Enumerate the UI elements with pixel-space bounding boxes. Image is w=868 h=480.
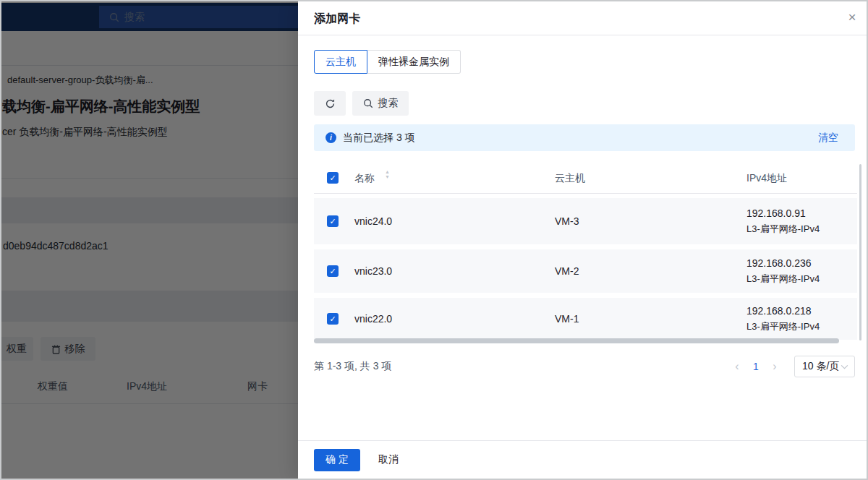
ipv4-address: 192.168.0.91 <box>746 206 820 221</box>
selection-info-bar: i 当前已选择 3 项 清空 <box>314 124 855 151</box>
pagination-controls: ‹ 1 › 10 条/页 <box>729 356 855 377</box>
column-header-vm: 云主机 <box>555 172 585 185</box>
vm-name: VM-2 <box>555 265 579 277</box>
refresh-icon <box>325 98 336 109</box>
ip-cell: 192.168.0.236 L3-扁平网络-IPv4 <box>746 256 820 286</box>
confirm-button[interactable]: 确 定 <box>314 449 360 471</box>
search-icon <box>363 98 373 108</box>
clear-selection-link[interactable]: 清空 <box>818 132 838 145</box>
cancel-button[interactable]: 取消 <box>378 453 399 466</box>
info-icon: i <box>326 132 336 143</box>
chevron-down-icon <box>841 364 848 369</box>
ip-cell: 192.168.0.91 L3-扁平网络-IPv4 <box>746 206 820 236</box>
prev-page-icon[interactable]: ‹ <box>729 360 745 373</box>
ipv4-address: 192.168.0.236 <box>746 256 820 271</box>
sort-asc-icon: ▲ <box>385 169 390 174</box>
drawer-mask[interactable] <box>1 1 298 479</box>
drawer-header: 添加网卡 × <box>298 1 868 35</box>
vertical-scrollbar[interactable] <box>859 164 861 340</box>
nic-name: vnic23.0 <box>354 265 392 277</box>
row-checkbox[interactable]: ✓ <box>327 265 339 277</box>
row-checkbox[interactable]: ✓ <box>327 215 339 227</box>
screen: 搜索 default-server-group-负载均衡-扁... 载均衡-扁平… <box>0 0 868 480</box>
sort-control[interactable]: ▲ ▼ <box>385 169 390 179</box>
page-number[interactable]: 1 <box>748 361 764 372</box>
search-button-label: 搜索 <box>378 97 399 110</box>
l3-network: L3-扁平网络-IPv4 <box>746 221 820 236</box>
pagination-summary: 第 1-3 项, 共 3 项 <box>314 360 391 373</box>
ipv4-address: 192.168.0.218 <box>746 304 820 319</box>
nic-name: vnic22.0 <box>354 313 392 325</box>
tab-baremetal[interactable]: 弹性裸金属实例 <box>367 50 461 74</box>
close-icon[interactable]: × <box>842 7 862 27</box>
vm-name: VM-3 <box>555 215 579 227</box>
add-nic-drawer: 添加网卡 × 云主机 弹性裸金属实例 搜索 i 当前已选择 3 项 清空 ✓ 名… <box>298 1 868 479</box>
row-checkbox[interactable]: ✓ <box>327 313 339 325</box>
search-button[interactable]: 搜索 <box>352 91 409 116</box>
tab-vm[interactable]: 云主机 <box>314 50 367 74</box>
l3-network: L3-扁平网络-IPv4 <box>746 271 820 286</box>
next-page-icon[interactable]: › <box>767 360 783 373</box>
vm-name: VM-1 <box>555 313 579 325</box>
table-header-row: ✓ 名称 ▲ ▼ 云主机 IPv4地址 <box>314 164 857 194</box>
column-header-ipv4: IPv4地址 <box>746 172 787 185</box>
horizontal-scrollbar[interactable] <box>314 338 839 343</box>
instance-type-tabs: 云主机 弹性裸金属实例 <box>314 50 461 74</box>
drawer-footer: 确 定 取消 <box>298 440 868 479</box>
l3-network: L3-扁平网络-IPv4 <box>746 319 820 334</box>
table-toolbar: 搜索 <box>314 91 409 116</box>
drawer-title: 添加网卡 <box>314 12 360 27</box>
select-all-checkbox[interactable]: ✓ <box>327 172 339 184</box>
page-size-select[interactable]: 10 条/页 <box>794 356 855 377</box>
table-row[interactable]: ✓ vnic24.0 VM-3 192.168.0.91 L3-扁平网络-IPv… <box>314 198 857 244</box>
refresh-button[interactable] <box>314 91 346 116</box>
nic-name: vnic24.0 <box>354 215 392 227</box>
pagination: 第 1-3 项, 共 3 项 ‹ 1 › 10 条/页 <box>314 356 855 377</box>
table-row[interactable]: ✓ vnic23.0 VM-2 192.168.0.236 L3-扁平网络-IP… <box>314 249 857 293</box>
table-row[interactable]: ✓ vnic22.0 VM-1 192.168.0.218 L3-扁平网络-IP… <box>314 298 857 340</box>
selection-count-text: 当前已选择 3 项 <box>343 132 415 145</box>
sort-desc-icon: ▼ <box>385 174 390 179</box>
column-header-name: 名称 <box>354 172 375 185</box>
ip-cell: 192.168.0.218 L3-扁平网络-IPv4 <box>746 304 820 334</box>
page-size-value: 10 条/页 <box>802 360 839 373</box>
